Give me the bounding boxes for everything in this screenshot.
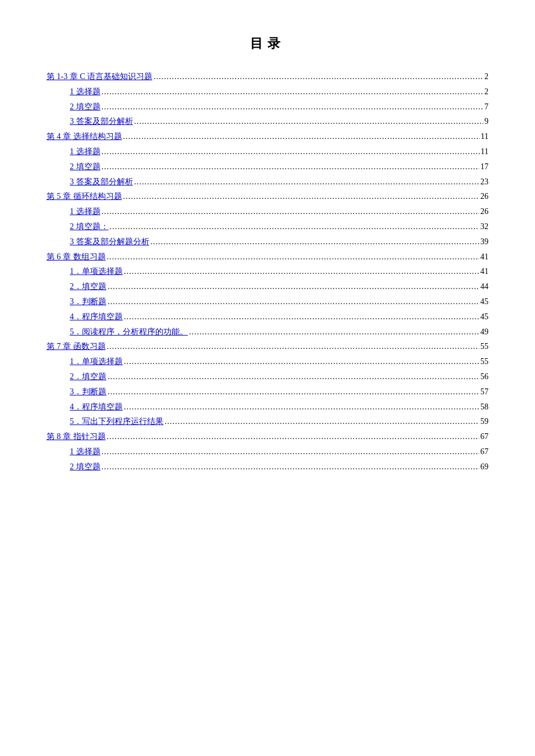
toc-page-ch1-3-3: 9 <box>484 115 488 129</box>
toc-dots: ........................................… <box>107 250 480 264</box>
toc-link-ch7-4[interactable]: 4．程序填空题 <box>70 400 123 414</box>
toc-entry-ch5-1: 1 选择题...................................… <box>47 205 488 219</box>
toc-link-ch1-3[interactable]: 第 1-3 章 C 语言基础知识习题 <box>47 70 152 84</box>
toc-entry-ch8-1: 1 选择题...................................… <box>47 445 488 459</box>
toc-dots: ........................................… <box>134 115 484 129</box>
toc-dots: ........................................… <box>107 340 480 354</box>
toc-entry-ch4-3: 3 答案及部分解析...............................… <box>47 175 488 189</box>
toc-page-ch6-2: 44 <box>480 280 488 294</box>
toc-dots: ........................................… <box>124 400 479 414</box>
toc-page-ch4-1: 11 <box>481 145 488 159</box>
toc-page-ch7: 55 <box>480 340 488 354</box>
toc-link-ch1-3-3[interactable]: 3 答案及部分解析 <box>70 115 133 129</box>
toc-dots: ........................................… <box>123 130 480 144</box>
toc-page-ch6-5: 49 <box>480 325 488 339</box>
toc-dots: ........................................… <box>107 430 480 444</box>
toc-link-ch7-1[interactable]: 1．单项选择题 <box>70 355 123 369</box>
toc-link-ch5-3[interactable]: 3 答案及部分解题分析 <box>70 235 149 249</box>
toc-link-ch6-3[interactable]: 3．判断题 <box>70 295 106 309</box>
toc-dots: ........................................… <box>110 220 480 234</box>
toc-page-ch4-2: 17 <box>480 160 488 174</box>
toc-page-ch1-3-1: 2 <box>484 85 488 99</box>
toc-dots: ........................................… <box>102 85 484 99</box>
toc-link-ch6[interactable]: 第 6 章 数组习题 <box>47 250 106 264</box>
toc-dots: ........................................… <box>102 160 480 174</box>
toc-link-ch5[interactable]: 第 5 章 循环结构习题 <box>47 190 122 204</box>
toc-link-ch4-3[interactable]: 3 答案及部分解析 <box>70 175 133 189</box>
toc-dots: ........................................… <box>165 415 479 429</box>
toc-link-ch4[interactable]: 第 4 章 选择结构习题 <box>47 130 122 144</box>
toc-dots: ........................................… <box>189 325 479 339</box>
toc-page-ch7-3: 57 <box>480 385 488 399</box>
toc-entry-ch6-4: 4．程序填空题.................................… <box>47 310 488 324</box>
toc-link-ch7[interactable]: 第 7 章 函数习题 <box>47 340 106 354</box>
toc-dots: ........................................… <box>108 280 479 294</box>
toc-link-ch6-5[interactable]: 5．阅读程序，分析程序的功能。 <box>70 325 188 339</box>
toc-entry-ch1-3-3: 3 答案及部分解析...............................… <box>47 115 488 129</box>
toc-entry-ch6-2: 2．填空题...................................… <box>47 280 488 294</box>
toc-page-ch7-1: 55 <box>480 355 488 369</box>
toc-link-ch8-2[interactable]: 2 填空题 <box>70 460 101 474</box>
toc-link-ch4-2[interactable]: 2 填空题 <box>70 160 101 174</box>
toc-link-ch8[interactable]: 第 8 章 指针习题 <box>47 430 106 444</box>
toc-dots: ........................................… <box>108 370 479 384</box>
toc-dots: ........................................… <box>108 295 479 309</box>
toc-dots: ........................................… <box>124 265 479 279</box>
toc-entry-ch1-3-1: 1 选择题...................................… <box>47 85 488 99</box>
toc-entry-ch7-3: 3．判断题...................................… <box>47 385 488 399</box>
toc-page-ch5: 26 <box>480 190 488 204</box>
toc-dots: ........................................… <box>102 460 480 474</box>
toc-dots: ........................................… <box>123 190 480 204</box>
toc-page-ch6-1: 41 <box>480 265 488 279</box>
toc-entry-ch6-5: 5．阅读程序，分析程序的功能。.........................… <box>47 325 488 339</box>
toc-page-ch8: 67 <box>480 430 488 444</box>
toc-dots: ........................................… <box>102 445 480 459</box>
toc-entry-ch7-5: 5．写出下列程序运行结果............................… <box>47 415 488 429</box>
toc-entry-ch8: 第 8 章 指针习题..............................… <box>47 430 488 444</box>
toc-entry-ch1-3-2: 2 填空题...................................… <box>47 100 488 114</box>
toc-container: 第 1-3 章 C 语言基础知识习题......................… <box>47 70 488 474</box>
toc-link-ch7-5[interactable]: 5．写出下列程序运行结果 <box>70 415 163 429</box>
toc-page-ch4: 11 <box>481 130 488 144</box>
toc-link-ch6-1[interactable]: 1．单项选择题 <box>70 265 123 279</box>
toc-page-ch7-4: 58 <box>480 400 488 414</box>
toc-link-ch7-3[interactable]: 3．判断题 <box>70 385 106 399</box>
toc-dots: ........................................… <box>134 175 480 189</box>
toc-link-ch5-2[interactable]: 2 填空题： <box>70 220 109 234</box>
toc-link-ch6-4[interactable]: 4．程序填空题 <box>70 310 123 324</box>
toc-entry-ch5-3: 3 答案及部分解题分析.............................… <box>47 235 488 249</box>
toc-link-ch1-3-2[interactable]: 2 填空题 <box>70 100 101 114</box>
toc-page-ch1-3-2: 7 <box>484 100 488 114</box>
toc-entry-ch4-1: 1 选择题...................................… <box>47 145 488 159</box>
toc-entry-ch6: 第 6 章 数组习题..............................… <box>47 250 488 264</box>
toc-link-ch4-1[interactable]: 1 选择题 <box>70 145 101 159</box>
toc-entry-ch1-3: 第 1-3 章 C 语言基础知识习题......................… <box>47 70 488 84</box>
toc-dots: ........................................… <box>154 70 483 84</box>
toc-link-ch6-2[interactable]: 2．填空题 <box>70 280 106 294</box>
toc-page-ch7-2: 56 <box>480 370 488 384</box>
toc-dots: ........................................… <box>102 100 484 114</box>
toc-link-ch5-1[interactable]: 1 选择题 <box>70 205 101 219</box>
toc-entry-ch7-4: 4．程序填空题.................................… <box>47 400 488 414</box>
toc-entry-ch7-2: 2．填空题...................................… <box>47 370 488 384</box>
toc-page-ch4-3: 23 <box>480 175 488 189</box>
toc-page-ch6-3: 45 <box>480 295 488 309</box>
toc-entry-ch6-3: 3．判断题...................................… <box>47 295 488 309</box>
toc-dots: ........................................… <box>102 145 480 159</box>
toc-dots: ........................................… <box>108 385 479 399</box>
toc-link-ch1-3-1[interactable]: 1 选择题 <box>70 85 101 99</box>
toc-page-ch8-1: 67 <box>480 445 488 459</box>
toc-dots: ........................................… <box>102 205 480 219</box>
toc-dots: ........................................… <box>124 310 479 324</box>
toc-entry-ch5: 第 5 章 循环结构习题............................… <box>47 190 488 204</box>
toc-page-ch6: 41 <box>480 250 488 264</box>
toc-page-ch5-2: 32 <box>480 220 488 234</box>
toc-link-ch8-1[interactable]: 1 选择题 <box>70 445 101 459</box>
toc-entry-ch6-1: 1．单项选择题.................................… <box>47 265 488 279</box>
toc-entry-ch7: 第 7 章 函数习题..............................… <box>47 340 488 354</box>
toc-entry-ch4: 第 4 章 选择结构习题............................… <box>47 130 488 144</box>
page-title: 目录 <box>47 35 488 52</box>
toc-entry-ch4-2: 2 填空题...................................… <box>47 160 488 174</box>
toc-entry-ch8-2: 2 填空题...................................… <box>47 460 488 474</box>
toc-link-ch7-2[interactable]: 2．填空题 <box>70 370 106 384</box>
